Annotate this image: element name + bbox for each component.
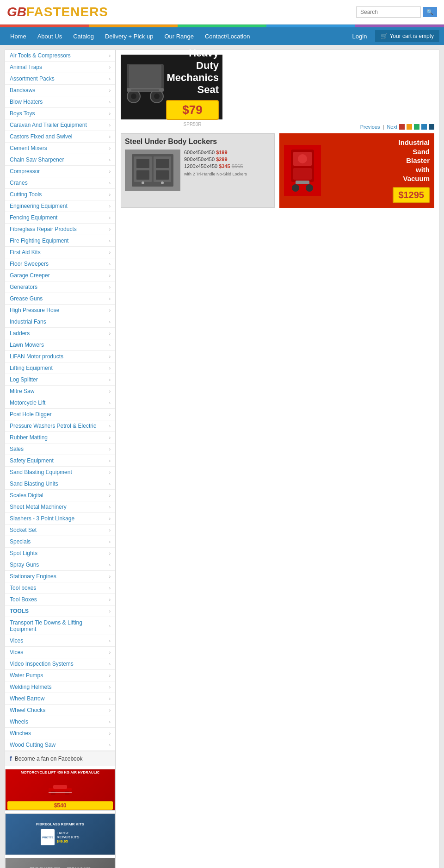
sidebar-item-cutting[interactable]: Cutting Tools› xyxy=(5,189,115,200)
sidebar-item-label: Caravan And Trailer Equipment xyxy=(10,122,87,128)
svg-rect-16 xyxy=(136,159,149,168)
sidebar-item-garage-creeper[interactable]: Garage Creeper› xyxy=(5,270,115,281)
sidebar-item-floor-sweepers[interactable]: Floor Sweepers› xyxy=(5,258,115,270)
sidebar-item-wheel-barrow[interactable]: Wheel Barrow› xyxy=(5,693,115,705)
motorcycle-promo-price: $540 xyxy=(7,801,113,810)
sidebar-item-animal-traps[interactable]: Animal Traps› xyxy=(5,62,115,73)
sidebar-item-pressure-washers[interactable]: Pressure Washers Petrol & Electric› xyxy=(5,420,115,432)
sidebar-item-label: Spray Guns xyxy=(10,562,39,568)
search-input[interactable] xyxy=(356,6,421,18)
sidebar-item-bandsaws[interactable]: Bandsaws› xyxy=(5,85,115,96)
facebook-fan-link[interactable]: f Become a fan on Facebook xyxy=(5,751,115,766)
cart-button[interactable]: 🛒 Your cart is empty xyxy=(375,30,439,42)
sidebar-item-caravan[interactable]: Caravan And Trailer Equipment› xyxy=(5,119,115,131)
sidebar-item-lifting[interactable]: Lifting Equipment› xyxy=(5,362,115,374)
sidebar-item-industrial-fans[interactable]: Industrial Fans› xyxy=(5,316,115,328)
sidebar-item-blow-heaters[interactable]: Blow Heaters› xyxy=(5,96,115,108)
sidebar-item-vices-1[interactable]: Vices› xyxy=(5,635,115,647)
sidebar-item-wheels[interactable]: Wheels› xyxy=(5,716,115,728)
sidebar-item-spray-guns[interactable]: Spray Guns› xyxy=(5,559,115,571)
sidebar-item-lifan[interactable]: LiFAN Motor products› xyxy=(5,351,115,362)
fibreglass-promo[interactable]: FIBREGLASS REPAIR KITS PROTTE LARGE REPA… xyxy=(5,813,115,855)
login-button[interactable]: Login xyxy=(348,30,372,43)
sidebar-item-lawn-mowers[interactable]: Lawn Mowers› xyxy=(5,339,115,351)
sidebar-item-compressor[interactable]: Compressor› xyxy=(5,166,115,177)
sidebar-item-tools[interactable]: TOOLS› xyxy=(5,606,115,617)
sidebar-item-toolboxes-lower[interactable]: Tool boxes› xyxy=(5,582,115,594)
sidebar-item-wheel-chocks[interactable]: Wheel Chocks› xyxy=(5,705,115,716)
sidebar-item-label: Garage Creeper xyxy=(10,272,50,279)
sidebar-item-wood-cutting[interactable]: Wood Cutting Saw› xyxy=(5,739,115,751)
sidebar-item-cranes[interactable]: Cranes› xyxy=(5,177,115,189)
sidebar-item-ladders[interactable]: Ladders› xyxy=(5,328,115,339)
sidebar-item-scales[interactable]: Scales Digital› xyxy=(5,490,115,501)
arrow-icon: › xyxy=(109,708,111,713)
spray-cans-promo[interactable]: ZINC GUARD 300gm SPRAY CANS ALL COLOURS … xyxy=(5,858,115,868)
sandblaster-image xyxy=(284,145,321,196)
sidebar-item-grease-guns[interactable]: Grease Guns› xyxy=(5,293,115,305)
svg-point-27 xyxy=(292,184,299,192)
sidebar-item-sheet-metal[interactable]: Sheet Metal Machinery› xyxy=(5,501,115,513)
arrow-icon: › xyxy=(109,650,111,655)
sidebar-item-sales[interactable]: Sales› xyxy=(5,443,115,455)
nav-about[interactable]: About Us xyxy=(32,29,68,44)
pagination-next[interactable]: Next xyxy=(387,124,397,130)
sidebar-item-assortment[interactable]: Assortment Packs› xyxy=(5,73,115,85)
sidebar-item-chainsaw[interactable]: Chain Saw Sharpener› xyxy=(5,154,115,166)
header: GBFASTENERS 🔍 xyxy=(0,0,444,25)
sidebar-item-label: Boys Toys xyxy=(10,110,35,117)
sidebar-item-video-inspection[interactable]: Video Inspection Systems› xyxy=(5,658,115,670)
pagination-dot-5[interactable] xyxy=(429,124,434,130)
sidebar-item-label: Spot Lights xyxy=(10,550,37,556)
sidebar-item-welding-helmets[interactable]: Welding Helmets› xyxy=(5,681,115,693)
sidebar-item-label: Vices xyxy=(10,637,23,644)
sidebar-item-winches[interactable]: Winches› xyxy=(5,728,115,739)
sidebar-item-stationary-engines[interactable]: Stationary Engines› xyxy=(5,571,115,582)
sidebar-item-air-tools[interactable]: Air Tools & Compressors› xyxy=(5,50,115,62)
arrow-icon: › xyxy=(109,65,111,70)
nav-home[interactable]: Home xyxy=(5,29,32,44)
sidebar-item-sand-blasting-equip[interactable]: Sand Blasting Equipment› xyxy=(5,467,115,478)
pagination-dot-1[interactable] xyxy=(399,124,405,130)
sidebar-item-engineering[interactable]: Engineering Equipment› xyxy=(5,200,115,212)
sidebar-item-mitre-saw[interactable]: Mitre Saw› xyxy=(5,386,115,397)
sidebar-item-safety[interactable]: Safety Equipment› xyxy=(5,455,115,467)
nav-range[interactable]: Our Range xyxy=(159,29,199,44)
sidebar-item-rubber-matting[interactable]: Rubber Matting› xyxy=(5,432,115,443)
sidebar-item-generators[interactable]: Generators› xyxy=(5,281,115,293)
sidebar-item-tool-boxes[interactable]: Tool Boxes› xyxy=(5,594,115,606)
sidebar-item-log-splitter[interactable]: Log Splitter› xyxy=(5,374,115,386)
sidebar-item-specials[interactable]: Specials› xyxy=(5,536,115,548)
sidebar-item-boys-toys[interactable]: Boys Toys› xyxy=(5,108,115,119)
sidebar-item-transport[interactable]: Transport Tie Downs & Lifting Equipment› xyxy=(5,617,115,635)
nav-delivery[interactable]: Delivery + Pick up xyxy=(99,29,159,44)
svg-point-10 xyxy=(154,94,160,99)
sidebar-item-first-aid[interactable]: First Aid Kits› xyxy=(5,247,115,258)
pagination-dot-4[interactable] xyxy=(421,124,427,130)
arrow-icon: › xyxy=(109,743,111,748)
sandblaster-price: $1295 xyxy=(393,187,430,203)
sidebar-item-slashers[interactable]: Slashers - 3 Point Linkage› xyxy=(5,513,115,525)
sidebar-item-cement[interactable]: Cement Mixers› xyxy=(5,143,115,154)
nav-catalog[interactable]: Catalog xyxy=(68,29,99,44)
sidebar-item-fibreglass[interactable]: Fibreglass Repair Products› xyxy=(5,224,115,235)
motorcycle-lift-promo[interactable]: MOTORCYCLE LIFT 450 KG AIR HYDRAULIC $54… xyxy=(5,769,115,811)
sidebar-item-post-hole[interactable]: Post Hole Digger› xyxy=(5,409,115,420)
search-button[interactable]: 🔍 xyxy=(423,7,437,17)
sidebar-item-label: Tool Boxes xyxy=(10,596,37,603)
sidebar-item-socket-set[interactable]: Socket Set› xyxy=(5,525,115,536)
sidebar-item-castors[interactable]: Castors Fixed and Swivel› xyxy=(5,131,115,143)
pagination-dot-3[interactable] xyxy=(414,124,419,130)
sidebar-item-spot-lights[interactable]: Spot Lights› xyxy=(5,548,115,559)
nav-contact[interactable]: Contact/Location xyxy=(199,29,256,44)
pagination-dot-2[interactable] xyxy=(407,124,412,130)
sidebar-item-water-pumps[interactable]: Water Pumps› xyxy=(5,670,115,681)
sidebar-item-sand-blasting-units[interactable]: Sand Blasting Units› xyxy=(5,478,115,490)
sidebar-item-high-pressure[interactable]: High Pressure Hose› xyxy=(5,305,115,316)
sidebar-item-motorcycle-lift[interactable]: Motorcycle Lift› xyxy=(5,397,115,409)
sidebar-item-fire-fighting[interactable]: Fire Fighting Equipment› xyxy=(5,235,115,247)
main-banner-graphic: Heavy Duty Mechanics Seat $79 SPR50R xyxy=(121,55,222,119)
sidebar-item-vices-2[interactable]: Vices› xyxy=(5,647,115,658)
pagination-prev[interactable]: Previous xyxy=(360,124,380,130)
sidebar-item-fencing[interactable]: Fencing Equipment› xyxy=(5,212,115,224)
